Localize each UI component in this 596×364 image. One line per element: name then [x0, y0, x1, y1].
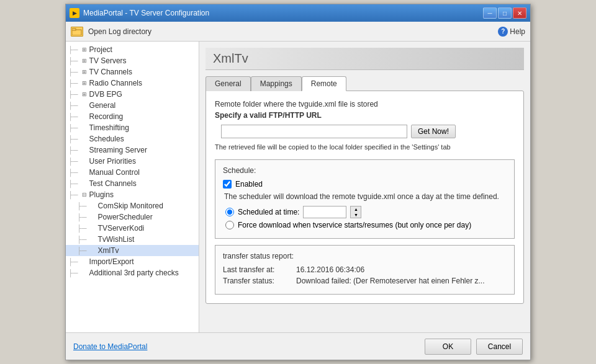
sidebar-item-additional-3rd-party-checks[interactable]: ├─Additional 3rd party checks — [66, 267, 199, 278]
title-bar: ▶ MediaPortal - TV Server Configuration … — [66, 4, 530, 22]
title-bar-left: ▶ MediaPortal - TV Server Configuration — [70, 8, 209, 18]
main-content: ├─⊞Project├─⊞TV Servers├─⊞TV Channels├─⊞… — [66, 42, 530, 332]
expander-icon — [81, 180, 88, 187]
expander-icon — [89, 236, 97, 243]
expander-icon: ⊞ — [81, 46, 88, 53]
enabled-checkbox[interactable] — [223, 180, 232, 189]
transfer-legend: transfer status report: — [223, 252, 507, 260]
expander-icon — [81, 135, 88, 143]
sidebar-item-xmltv[interactable]: ├─XmlTv — [66, 245, 199, 256]
transfer-status-label: Transfer status: — [223, 277, 291, 285]
sidebar-item-streaming-server[interactable]: ├─Streaming Server — [66, 144, 199, 156]
help-icon: ? — [498, 27, 508, 37]
tabs: General Mappings Remote — [205, 76, 524, 91]
expander-icon: ⊞ — [81, 68, 88, 76]
sidebar-item-user-priorities[interactable]: ├─User Priorities — [66, 156, 199, 167]
window-controls: ─ □ ✕ — [483, 7, 526, 19]
force-label: Force download when tvservice starts/res… — [238, 221, 471, 229]
cancel-button[interactable]: Cancel — [476, 339, 523, 355]
scheduled-radio[interactable] — [225, 208, 234, 216]
expander-icon: ⊟ — [81, 191, 88, 198]
right-panel: XmlTv General Mappings Remote Remote fol… — [199, 42, 530, 332]
get-now-button[interactable]: Get Now! — [411, 125, 456, 138]
spinner-down[interactable]: ▼ — [351, 212, 361, 218]
tab-mappings[interactable]: Mappings — [251, 76, 302, 91]
expander-icon — [89, 202, 97, 210]
close-button[interactable]: ✕ — [513, 7, 526, 19]
content-box: Remote folder where the tvguide.xml file… — [205, 91, 524, 304]
sidebar-item-test-channels[interactable]: ├─Test Channels — [66, 178, 199, 189]
bottom-bar: Donate to MediaPortal OK Cancel — [66, 332, 530, 360]
expander-icon: ⊞ — [81, 91, 88, 98]
ok-button[interactable]: OK — [425, 339, 471, 355]
open-log-label[interactable]: Open Log directory — [88, 27, 151, 36]
sidebar-item-manual-control[interactable]: ├─Manual Control — [66, 167, 199, 178]
sidebar-item-tvwishlist[interactable]: ├─TvWishList — [66, 234, 199, 245]
sidebar-item-import/export[interactable]: ├─Import/Export — [66, 256, 199, 267]
expander-icon — [81, 269, 88, 277]
expander-icon — [89, 247, 97, 254]
enabled-row: Enabled — [223, 180, 507, 189]
scheduler-note: The scheduler will download the remote t… — [223, 192, 507, 201]
sidebar-item-timeshifting[interactable]: ├─Timeshifting — [66, 122, 199, 133]
schedule-legend: Schedule: — [223, 166, 507, 175]
expander-icon — [89, 224, 97, 232]
folder-icon — [71, 27, 83, 37]
bottom-buttons: OK Cancel — [425, 339, 523, 355]
url-label: Specify a valid FTP/HTTP URL — [215, 111, 515, 120]
force-download-row: Force download when tvservice starts/res… — [223, 221, 507, 229]
donate-link[interactable]: Donate to MediaPortal — [73, 342, 147, 351]
expander-icon: ⊞ — [81, 79, 88, 87]
tab-remote[interactable]: Remote — [302, 76, 346, 91]
sidebar-item-schedules[interactable]: ├─Schedules — [66, 133, 199, 144]
transfer-group: transfer status report: Last transfer at… — [215, 245, 515, 295]
main-window: ▶ MediaPortal - TV Server Configuration … — [65, 4, 531, 360]
sidebar: ├─⊞Project├─⊞TV Servers├─⊞TV Channels├─⊞… — [66, 42, 199, 332]
copy-note: The retrieved file will be copied to the… — [215, 143, 515, 151]
scheduled-label: Scheduled at time: — [238, 208, 299, 216]
transfer-status-value: Download failed: (Der Remoteserver hat e… — [296, 277, 484, 285]
help-label: Help — [510, 27, 525, 36]
sidebar-item-plugins[interactable]: ├─⊟Plugins — [66, 189, 199, 200]
time-spinner: ▲ ▼ — [350, 206, 361, 218]
url-row: http://www.mysite.com/TVguide.xml Get No… — [215, 125, 515, 138]
sidebar-item-project[interactable]: ├─⊞Project — [66, 44, 199, 55]
time-input[interactable]: 06:30:00 — [303, 206, 346, 218]
transfer-status-row: Transfer status: Download failed: (Der R… — [223, 277, 507, 285]
expander-icon — [81, 124, 88, 131]
help-button[interactable]: ? Help — [498, 27, 525, 37]
svg-rect-1 — [72, 29, 76, 30]
app-icon: ▶ — [70, 8, 79, 18]
expander-icon — [81, 169, 88, 176]
sidebar-item-radio-channels[interactable]: ├─⊞Radio Channels — [66, 78, 199, 89]
tab-general[interactable]: General — [205, 76, 251, 91]
last-transfer-row: Last transfer at: 16.12.2016 06:34:06 — [223, 265, 507, 274]
last-transfer-label: Last transfer at: — [223, 265, 291, 274]
sidebar-item-general[interactable]: ├─General — [66, 100, 199, 111]
last-transfer-value: 16.12.2016 06:34:06 — [296, 265, 364, 274]
sidebar-item-tvserverkodi[interactable]: ├─TVServerKodi — [66, 223, 199, 234]
expander-icon — [89, 213, 97, 221]
sidebar-item-comskip-monitored[interactable]: ├─ComSkip Monitored — [66, 200, 199, 211]
minimize-button[interactable]: ─ — [483, 7, 497, 19]
expander-icon — [81, 113, 88, 120]
sidebar-item-dvb-epg[interactable]: ├─⊞DVB EPG — [66, 89, 199, 100]
window-title: MediaPortal - TV Server Configuration — [83, 9, 209, 17]
expander-icon: ⊞ — [81, 57, 88, 64]
enabled-label: Enabled — [235, 180, 263, 189]
expander-icon — [81, 102, 88, 109]
expander-icon — [81, 158, 88, 165]
spinner-up[interactable]: ▲ — [351, 206, 361, 212]
expander-icon — [81, 258, 88, 265]
schedule-group: Schedule: Enabled The scheduler will dow… — [215, 159, 515, 239]
url-input[interactable]: http://www.mysite.com/TVguide.xml — [221, 125, 407, 138]
remote-desc: Remote folder where the tvguide.xml file… — [215, 100, 515, 109]
sidebar-item-recording[interactable]: ├─Recording — [66, 111, 199, 122]
scheduled-time-row: Scheduled at time: 06:30:00 ▲ ▼ — [223, 206, 507, 218]
sidebar-item-tv-channels[interactable]: ├─⊞TV Channels — [66, 66, 199, 78]
force-radio[interactable] — [225, 221, 234, 229]
expander-icon — [81, 146, 88, 154]
maximize-button[interactable]: □ — [498, 7, 512, 19]
sidebar-item-powerscheduler[interactable]: ├─PowerScheduler — [66, 211, 199, 223]
sidebar-item-tv-servers[interactable]: ├─⊞TV Servers — [66, 55, 199, 66]
